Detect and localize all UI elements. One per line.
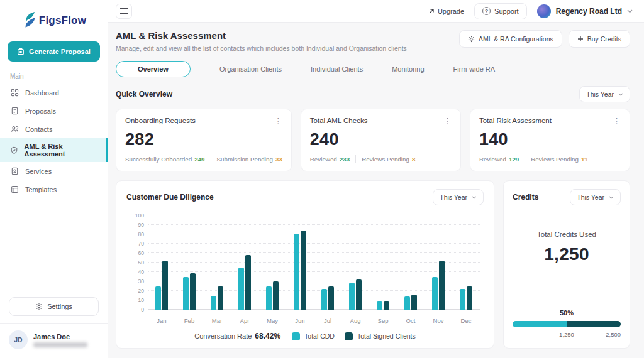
company-logo [537,4,551,18]
legend-swatch [292,332,300,340]
period-value: This Year [577,193,604,201]
templates-icon [10,185,19,194]
bar-total-signed-clients-nov[interactable] [439,261,445,310]
question-circle-icon: ? [482,7,491,15]
credits-scale: 1,250 2,500 [513,331,621,340]
metric-label: Reviewed [479,156,506,163]
x-axis-label: Jan [154,317,169,324]
tab-organisation-clients[interactable]: Organisation Clients [219,62,282,77]
sidebar-item-templates[interactable]: Templates [0,180,108,198]
support-label: Support [494,8,519,15]
kebab-menu-icon[interactable]: ⋮ [274,117,282,125]
bar-total-signed-clients-feb[interactable] [190,273,196,310]
kebab-menu-icon[interactable]: ⋮ [443,117,452,125]
main-area: Upgrade ? Support Regency Road Ltd [108,0,644,358]
aml-icon [10,146,19,155]
cdd-chart-card: Customer Due Diligence This Year 1009080… [116,180,494,349]
bar-total-cdd-nov[interactable] [432,277,438,310]
bar-total-cdd-jul[interactable] [321,289,327,310]
arrow-up-right-icon [428,8,435,14]
x-axis-label: Feb [182,317,197,324]
stat-cards: Onboarding Requests⋮282Successfully Onbo… [116,109,630,171]
tab-individual-clients[interactable]: Individual Clients [311,62,363,77]
cdd-chart-footer: Conversation Rate68.42% Total CDDTotal S… [126,332,484,342]
bar-total-signed-clients-apr[interactable] [245,255,251,310]
bar-total-signed-clients-jun[interactable] [301,231,306,310]
conversation-rate: Conversation Rate68.42% [194,332,280,340]
stat-card-total-risk-assessment: Total Risk Assessment⋮140Reviewed129Revi… [470,109,630,171]
quick-overview-period-select[interactable]: This Year [579,86,630,102]
stat-card-metrics: Reviewed129Reviews Pending11 [479,155,621,163]
sidebar-item-aml-risk-assessment[interactable]: AML & Risk Assessment [0,138,108,162]
y-axis-tick-label: 0 [129,306,144,313]
sidebar-item-services[interactable]: Services [0,162,108,180]
gear-icon [35,303,43,310]
bar-total-cdd-mar[interactable] [211,296,216,310]
bar-group-oct [404,215,417,310]
bar-total-cdd-sep[interactable] [377,301,382,310]
aml-ra-configurations-label: AML & RA Configurations [479,35,553,43]
upgrade-button[interactable]: Upgrade [428,8,464,15]
tab-firm-wide-ra[interactable]: Firm-wide RA [453,62,496,77]
tab-bar: OverviewOrganisation ClientsIndividual C… [116,61,630,77]
menu-toggle-button[interactable] [116,4,132,19]
company-switcher[interactable]: Regency Road Ltd [537,4,633,18]
credits-period-select[interactable]: This Year [570,189,621,205]
bar-total-signed-clients-mar[interactable] [218,286,223,310]
y-axis-tick-label: 80 [129,231,144,237]
bar-total-signed-clients-jan[interactable] [162,261,168,310]
x-axis-label: May [265,317,280,324]
sidebar-item-contacts[interactable]: Contacts [0,120,108,138]
stat-card-title: Total Risk Assessment [479,117,552,124]
tab-monitoring[interactable]: Monitoring [392,62,424,77]
sidebar-item-label: Dashboard [25,89,59,97]
credits-title: Credits [513,193,538,202]
stat-card-value: 240 [310,130,452,149]
bar-total-cdd-may[interactable] [266,286,272,310]
bar-total-signed-clients-sep[interactable] [384,301,389,310]
bar-group-feb [183,215,196,310]
bar-total-cdd-feb[interactable] [183,277,189,310]
generate-proposal-button[interactable]: Generate Proposal [8,41,100,62]
bar-total-cdd-jun[interactable] [294,234,299,310]
bar-total-cdd-apr[interactable] [238,268,244,310]
bar-total-cdd-jan[interactable] [155,286,161,310]
bar-total-signed-clients-aug[interactable] [356,279,362,310]
clipboard-icon [17,48,25,55]
x-axis-label: Mar [209,317,225,324]
bar-total-cdd-dec[interactable] [460,289,465,310]
kebab-menu-icon[interactable]: ⋮ [613,117,621,125]
sidebar-item-proposals[interactable]: Proposals [0,102,108,120]
topbar: Upgrade ? Support Regency Road Ltd [108,0,644,23]
stat-card-metrics: Successfully Onboarded249Submission Pend… [125,155,282,163]
quick-overview-title: Quick Overview [116,90,172,99]
support-button[interactable]: ? Support [474,3,527,19]
cdd-period-select[interactable]: This Year [433,189,484,205]
bar-total-cdd-oct[interactable] [404,296,410,310]
app-window: FigsFlow Generate Proposal Main Dashboar… [0,0,644,358]
metric-value: 129 [509,156,519,163]
contacts-icon [10,124,19,134]
user-profile[interactable]: JD James Doe [0,323,108,358]
buy-credits-button[interactable]: Buy Credits [569,30,630,48]
total-credits-used-label: Total Credits Used [513,231,621,238]
tab-overview[interactable]: Overview [116,61,191,77]
bar-total-signed-clients-oct[interactable] [411,295,417,310]
sidebar-item-dashboard[interactable]: Dashboard [0,84,108,102]
bar-total-signed-clients-dec[interactable] [467,286,472,310]
metric-value: 233 [340,156,350,163]
bar-total-cdd-aug[interactable] [349,283,355,310]
bar-group-mar [211,215,223,310]
cdd-bars [148,215,480,310]
aml-ra-configurations-button[interactable]: AML & RA Configurations [459,30,562,48]
bar-group-aug [349,215,362,310]
metric-value: 249 [194,156,204,163]
legend-swatch [345,332,353,340]
bar-total-signed-clients-jul[interactable] [328,286,334,310]
cdd-month-labels: JanFebMarAprMayJunJulAugSepOctNovDec [148,317,480,324]
chevron-down-icon [627,9,633,13]
metric-value: 11 [581,156,587,163]
bar-total-signed-clients-may[interactable] [273,281,279,310]
settings-button[interactable]: Settings [9,297,99,316]
progress-segment-0 [513,321,567,327]
